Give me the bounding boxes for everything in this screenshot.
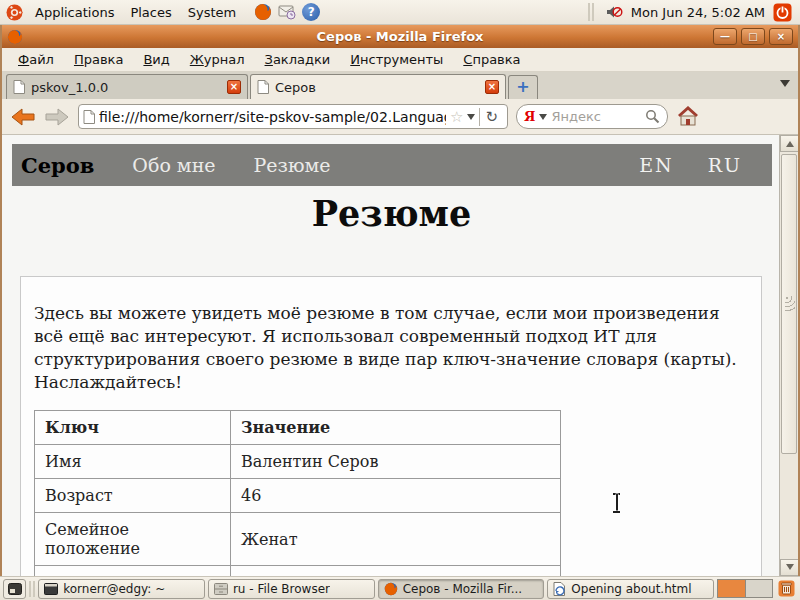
tray-grip <box>588 3 594 21</box>
volume-muted-icon[interactable] <box>606 4 623 20</box>
table-row: Страна Российская Империя <box>35 566 561 577</box>
taskbar-window-firefox[interactable]: Серов - Mozilla Fir... <box>378 579 545 599</box>
ubuntu-logo-icon[interactable] <box>6 4 23 21</box>
workspace-switcher[interactable] <box>717 579 773 598</box>
forward-button[interactable] <box>44 106 70 128</box>
scrollbar-thumb[interactable] <box>781 154 797 454</box>
file-browser-icon <box>214 583 228 595</box>
content-box: Здесь вы можете увидеть моё резюме в том… <box>20 276 762 576</box>
url-bar[interactable]: ☆ ↻ <box>78 104 508 129</box>
header-value: Значение <box>231 411 561 445</box>
back-button[interactable] <box>10 106 36 128</box>
lang-link-ru[interactable]: RU <box>708 154 742 176</box>
site-brand[interactable]: Серов <box>12 153 94 178</box>
scrollbar-grip <box>785 296 795 312</box>
cell-key: Страна <box>35 566 231 577</box>
table-row: Имя Валентин Серов <box>35 445 561 479</box>
taskbar-grip <box>29 581 35 597</box>
tab-list-dropdown-icon[interactable] <box>780 80 790 92</box>
site-navbar: Серов Обо мне Резюме EN RU <box>12 144 772 186</box>
panel-clock[interactable]: Mon Jun 24, 5:02 AM <box>631 5 765 20</box>
document-loading-icon <box>553 582 566 596</box>
table-header-row: Ключ Значение <box>35 411 561 445</box>
yandex-engine-icon[interactable]: Я <box>524 109 535 124</box>
applications-menu[interactable]: Applications <box>27 3 122 22</box>
tab-serov[interactable]: Серов × <box>250 74 506 99</box>
firefox-launcher-icon[interactable] <box>254 3 272 21</box>
power-button-icon[interactable] <box>773 3 792 22</box>
firefox-menubar: Файл Правка Вид Журнал Закладки Инструме… <box>2 48 798 72</box>
taskbar-window-label: Серов - Mozilla Fir... <box>403 582 523 596</box>
maximize-button[interactable]: □ <box>741 28 765 45</box>
page-title: Резюме <box>2 193 781 234</box>
gnome-top-panel: Applications Places System ? Mon Jun 24,… <box>0 0 800 25</box>
menu-view[interactable]: Вид <box>135 49 177 70</box>
cell-value: Валентин Серов <box>231 445 561 479</box>
navigation-toolbar: ☆ ↻ Я <box>2 99 798 135</box>
workspace-2[interactable] <box>745 580 772 597</box>
firefox-window: Серов - Mozilla Firefox — □ × Файл Правк… <box>0 25 800 576</box>
cell-key: Семейное положение <box>35 513 231 566</box>
tab-label: Серов <box>275 80 479 95</box>
window-titlebar[interactable]: Серов - Mozilla Firefox — □ × <box>2 25 798 48</box>
cell-value: Российская Империя <box>231 566 561 577</box>
text-cursor <box>611 493 622 513</box>
places-menu[interactable]: Places <box>122 3 179 22</box>
menu-edit[interactable]: Правка <box>66 49 131 70</box>
menu-bookmarks[interactable]: Закладки <box>257 49 339 70</box>
lang-link-en[interactable]: EN <box>639 154 674 176</box>
trash-icon[interactable] <box>778 580 795 597</box>
url-dropdown-icon[interactable] <box>467 114 475 124</box>
search-bar[interactable]: Я <box>516 104 668 129</box>
vertical-scrollbar[interactable] <box>779 135 798 576</box>
home-button[interactable] <box>676 106 700 128</box>
taskbar-window-label: kornerr@edgy: ~ <box>63 582 165 596</box>
web-page: Серов Обо мне Резюме EN RU Резюме Здесь … <box>2 135 781 576</box>
url-input[interactable] <box>99 109 446 125</box>
table-row: Возраст 46 <box>35 479 561 513</box>
page-icon <box>83 110 95 124</box>
window-title: Серов - Mozilla Firefox <box>2 29 798 44</box>
table-row: Семейное положение Женат <box>35 513 561 566</box>
tab-pskov[interactable]: pskov_1.0.0 × <box>6 74 248 99</box>
scroll-down-icon <box>786 564 794 574</box>
close-button[interactable]: × <box>769 28 793 45</box>
taskbar-window-opening-about[interactable]: Opening about.html <box>547 579 714 599</box>
cell-key: Имя <box>35 445 231 479</box>
new-tab-button[interactable]: + <box>508 75 538 99</box>
workspace-1[interactable] <box>718 580 745 597</box>
taskbar-window-terminal[interactable]: kornerr@edgy: ~ <box>38 579 205 599</box>
system-menu[interactable]: System <box>180 3 244 22</box>
taskbar-window-file-browser[interactable]: ru - File Browser <box>208 579 375 599</box>
nav-link-about[interactable]: Обо мне <box>132 154 215 176</box>
nav-link-resume[interactable]: Резюме <box>254 154 331 176</box>
taskbar-window-label: Opening about.html <box>571 582 691 596</box>
tab-close-icon[interactable]: × <box>485 80 499 94</box>
show-desktop-button[interactable] <box>3 579 26 599</box>
search-input[interactable] <box>551 109 641 124</box>
menu-tools[interactable]: Инструменты <box>342 49 451 70</box>
intro-paragraph: Здесь вы можете увидеть моё резюме в том… <box>34 302 747 394</box>
cv-table: Ключ Значение Имя Валентин Серов Возраст… <box>34 410 561 576</box>
minimize-button[interactable]: — <box>713 28 737 45</box>
cell-value: Женат <box>231 513 561 566</box>
reload-icon[interactable]: ↻ <box>479 108 503 126</box>
bookmark-star-icon[interactable]: ☆ <box>450 108 463 126</box>
firefox-icon <box>384 582 398 596</box>
menu-history[interactable]: Журнал <box>182 49 253 70</box>
search-magnifier-icon[interactable] <box>645 109 660 124</box>
browser-viewport: Серов Обо мне Резюме EN RU Резюме Здесь … <box>2 135 798 576</box>
terminal-icon <box>44 583 58 595</box>
evolution-mail-icon[interactable] <box>278 3 296 21</box>
cell-key: Возраст <box>35 479 231 513</box>
cell-value: 46 <box>231 479 561 513</box>
scroll-down-button[interactable] <box>780 559 798 576</box>
menu-help[interactable]: Справка <box>455 49 528 70</box>
menu-file[interactable]: Файл <box>10 49 62 70</box>
tab-label: pskov_1.0.0 <box>31 80 221 95</box>
help-icon[interactable]: ? <box>302 3 320 21</box>
tab-close-icon[interactable]: × <box>227 80 241 94</box>
scroll-up-button[interactable] <box>780 135 798 152</box>
page-icon <box>13 80 25 94</box>
search-engine-dropdown-icon[interactable] <box>539 114 547 124</box>
